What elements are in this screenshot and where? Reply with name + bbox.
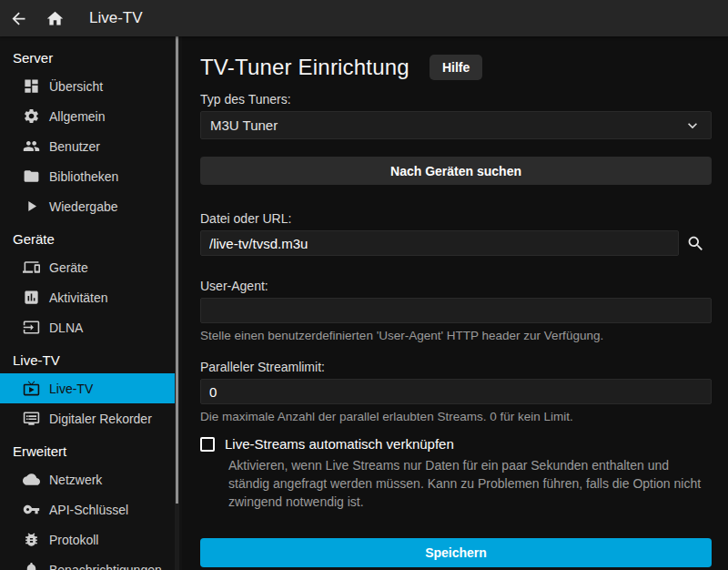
main-content: TV-Tuner Einrichtung Hilfe Typ des Tuner… <box>182 36 728 570</box>
user-agent-input[interactable] <box>200 298 712 323</box>
folder-icon <box>22 168 40 186</box>
search-icon <box>686 234 705 253</box>
back-button[interactable] <box>0 0 36 36</box>
sidebar-scrollbar-track <box>175 36 179 570</box>
bug-icon <box>22 531 40 549</box>
sidebar-item-label: Allgemein <box>49 109 105 124</box>
save-button[interactable]: Speichern <box>200 538 712 567</box>
devices-icon <box>22 259 40 277</box>
sidebar-scrollbar-thumb[interactable] <box>176 36 178 504</box>
live-tv-icon <box>22 380 40 398</box>
autoloop-help: Aktivieren, wenn Live Streams nur Daten … <box>228 456 712 511</box>
sidebar-item-digitaler-rekorder[interactable]: Digitaler Rekorder <box>0 403 182 433</box>
activity-chart-icon <box>22 289 40 307</box>
sidebar-item-label: Wiedergabe <box>49 199 118 214</box>
sidebar-item-allgemein[interactable]: Allgemein <box>0 101 182 131</box>
sidebar-item-wiedergabe[interactable]: Wiedergabe <box>0 191 182 221</box>
stream-limit-input[interactable] <box>200 379 712 404</box>
tuner-type-label: Typ des Tuners: <box>200 91 712 107</box>
tuner-type-value: M3U Tuner <box>210 117 683 133</box>
user-agent-help: Stelle einen benutzerdefinierten 'User-A… <box>200 328 712 344</box>
sidebar-section-geraete: Geräte <box>0 230 182 249</box>
sidebar-item-label: Protokoll <box>49 533 98 547</box>
sidebar-item-label: Netzwerk <box>49 473 102 487</box>
key-icon <box>22 501 40 519</box>
sidebar-item-dlna[interactable]: DLNA <box>0 312 182 342</box>
chevron-down-icon <box>683 117 702 135</box>
sidebar-item-benutzer[interactable]: Benutzer <box>0 131 182 161</box>
home-button[interactable] <box>36 0 73 36</box>
sidebar-item-label: Geräte <box>49 260 88 275</box>
sidebar-item-uebersicht[interactable]: Übersicht <box>0 71 182 101</box>
sidebar-item-label: Benutzer <box>49 139 100 154</box>
url-label: Datei oder URL: <box>200 210 712 227</box>
sidebar-item-label: Aktivitäten <box>49 290 108 305</box>
detect-devices-button[interactable]: Nach Geräten suchen <box>200 157 712 185</box>
sidebar-item-netzwerk[interactable]: Netzwerk <box>0 464 182 494</box>
url-input[interactable] <box>200 230 679 256</box>
input-icon <box>22 319 40 337</box>
sidebar: Server Übersicht Allgemein Benutzer Bibl… <box>0 36 182 570</box>
autoloop-label: Live-Streams automatisch verknüpfen <box>225 436 454 452</box>
sidebar-item-bibliotheken[interactable]: Bibliotheken <box>0 161 182 191</box>
sidebar-item-label: Digitaler Rekorder <box>49 412 152 426</box>
autoloop-checkbox-row[interactable]: Live-Streams automatisch verknüpfen <box>200 436 712 452</box>
sidebar-section-erweitert: Erweitert <box>0 443 182 461</box>
bell-icon <box>22 561 40 570</box>
stream-limit-help: Die maximale Anzahl der parallel erlaubt… <box>200 409 712 425</box>
sidebar-item-livetv[interactable]: Live-TV <box>0 373 175 403</box>
sidebar-item-label: Bibliotheken <box>49 169 118 184</box>
users-icon <box>22 137 40 156</box>
play-icon <box>22 198 40 216</box>
cloud-icon <box>22 471 40 489</box>
sidebar-item-label: Übersicht <box>49 79 103 94</box>
page-breadcrumb-title: Live-TV <box>89 9 143 27</box>
tuner-type-select[interactable]: M3U Tuner <box>200 111 712 139</box>
sidebar-item-benachrichtigungen[interactable]: Benachrichtigungen <box>0 555 182 570</box>
top-bar: Live-TV <box>0 0 728 36</box>
sidebar-item-label: DLNA <box>49 321 83 335</box>
sidebar-item-api-schluessel[interactable]: API-Schlüssel <box>0 494 182 524</box>
sidebar-item-label: Live-TV <box>49 382 93 396</box>
sidebar-section-livetv: Live-TV <box>0 351 182 370</box>
sidebar-item-geraete[interactable]: Geräte <box>0 252 182 282</box>
sidebar-section-server: Server <box>0 49 182 67</box>
user-agent-label: User-Agent: <box>200 278 712 294</box>
help-button[interactable]: Hilfe <box>430 55 482 80</box>
home-icon <box>46 9 65 28</box>
browse-file-button[interactable] <box>679 230 712 256</box>
sidebar-item-label: Benachrichtigungen <box>49 563 162 570</box>
stream-limit-label: Paralleler Streamlimit: <box>200 359 712 375</box>
gear-icon <box>22 107 40 126</box>
autoloop-checkbox[interactable] <box>200 437 215 452</box>
sidebar-item-label: API-Schlüssel <box>49 503 128 517</box>
dashboard-icon <box>22 77 40 96</box>
sidebar-item-aktivitaeten[interactable]: Aktivitäten <box>0 282 182 312</box>
arrow-back-icon <box>9 9 28 28</box>
page-title: TV-Tuner Einrichtung <box>200 55 410 80</box>
dvr-icon <box>22 410 40 428</box>
sidebar-item-protokoll[interactable]: Protokoll <box>0 524 182 555</box>
